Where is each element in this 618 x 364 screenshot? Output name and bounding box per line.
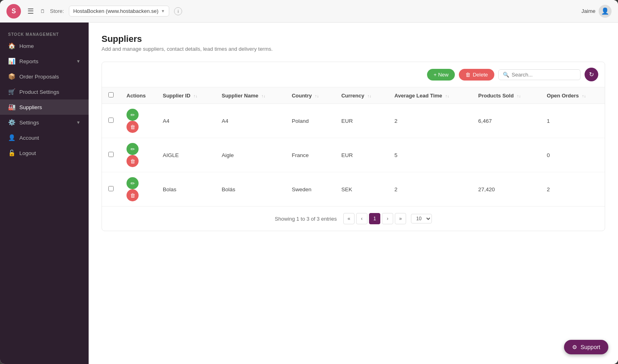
delete-row-button[interactable]: 🗑	[127, 189, 139, 201]
sidebar-item-settings[interactable]: ⚙️ Settings ▼	[0, 115, 89, 130]
next-page-button[interactable]: ›	[382, 213, 393, 224]
delete-label: Delete	[473, 72, 488, 78]
supplier-name-cell: A4	[215, 104, 285, 138]
supplier-name-cell: Bolás	[215, 172, 285, 207]
page-size-select[interactable]: 10 25 50	[411, 214, 432, 223]
sidebar-label-product-settings: Product Settings	[19, 89, 81, 95]
country-cell: Sweden	[285, 172, 335, 207]
select-all-checkbox[interactable]	[108, 92, 114, 97]
new-button[interactable]: + New	[427, 69, 455, 81]
first-page-button[interactable]: «	[343, 213, 355, 224]
page-title: Suppliers	[102, 34, 605, 44]
row-checkbox[interactable]	[108, 118, 114, 123]
products-sold-cell: 6,467	[472, 104, 540, 138]
edit-button[interactable]: ✏	[127, 143, 139, 155]
row-actions: ✏ 🗑	[120, 104, 156, 138]
open-orders-cell: 2	[540, 172, 605, 207]
row-checkbox-cell	[102, 104, 120, 138]
supplier-id-cell: A4	[156, 104, 215, 138]
sort-icon: ↑↓	[261, 94, 265, 98]
edit-button[interactable]: ✏	[127, 109, 139, 121]
open-orders-cell: 0	[540, 138, 605, 172]
select-all-header	[102, 87, 120, 104]
country-cell: Poland	[285, 104, 335, 138]
delete-row-button[interactable]: 🗑	[127, 121, 139, 133]
supplier-name-cell: Aigle	[215, 138, 285, 172]
user-menu[interactable]: Jaime 👤	[581, 5, 612, 18]
sort-icon: ↑↓	[193, 94, 197, 98]
suppliers-icon: 🏭	[8, 103, 15, 111]
avg-lead-time-header[interactable]: Average Lead Time ↑↓	[388, 87, 472, 104]
products-sold-cell	[472, 138, 540, 172]
products-sold-header[interactable]: Products Sold ↑↓	[472, 87, 540, 104]
table-toolbar: + New 🗑 Delete 🔍 ↻	[102, 62, 605, 87]
open-orders-header[interactable]: Open Orders ↑↓	[540, 87, 605, 104]
logout-icon: 🔓	[8, 149, 15, 157]
settings-icon: ⚙️	[8, 119, 15, 126]
prev-page-button[interactable]: ‹	[356, 213, 367, 224]
suppliers-table: Supplier ID Actions Supplier ID ↑↓ Suppl…	[102, 87, 605, 206]
avatar: 👤	[599, 5, 612, 18]
sidebar-label-home: Home	[19, 43, 81, 49]
row-actions: ✏ 🗑	[120, 138, 156, 172]
currency-cell: EUR	[335, 104, 388, 138]
store-name: HostaBocken (www.hostabacken.se)	[73, 8, 159, 14]
support-button[interactable]: ⚙ Support	[564, 340, 608, 354]
account-icon: 👤	[8, 134, 15, 141]
sidebar-item-account[interactable]: 👤 Account	[0, 130, 89, 145]
search-icon: 🔍	[503, 72, 509, 78]
store-label: Store:	[50, 8, 64, 14]
open-orders-cell: 1	[540, 104, 605, 138]
main-content: Suppliers Add and manage suppliers, cont…	[89, 23, 618, 364]
refresh-button[interactable]: ↻	[585, 68, 598, 81]
sidebar-item-home[interactable]: 🏠 Home	[0, 38, 89, 54]
sort-icon: ↑↓	[367, 94, 371, 98]
hamburger-icon[interactable]: ☰	[27, 7, 34, 16]
avg-lead-time-cell: 2	[388, 104, 472, 138]
app-logo: S	[6, 4, 21, 19]
sidebar-item-reports[interactable]: 📊 Reports ▼	[0, 54, 89, 69]
page-1-button[interactable]: 1	[369, 213, 380, 224]
actions-header: Supplier ID Actions	[120, 87, 156, 104]
chevron-down-icon: ▼	[161, 9, 165, 13]
table-row: ✏ 🗑 A4 A4 Poland EUR 2 6,467 1	[102, 104, 605, 138]
last-page-button[interactable]: »	[395, 213, 406, 224]
row-checkbox-cell	[102, 138, 120, 172]
page-subtitle: Add and manage suppliers, contact detail…	[102, 46, 605, 52]
sort-icon: ↑↓	[315, 94, 319, 98]
currency-header[interactable]: Currency ↑↓	[335, 87, 388, 104]
settings-chevron-icon: ▼	[76, 120, 81, 125]
edit-button[interactable]: ✏	[127, 177, 139, 189]
currency-cell: EUR	[335, 138, 388, 172]
pagination: Showing 1 to 3 of 3 entries « ‹ 1 › » 10…	[102, 206, 605, 231]
store-selector[interactable]: HostaBocken (www.hostabacken.se) ▼	[69, 6, 170, 17]
row-checkbox-cell	[102, 172, 120, 207]
row-actions: ✏ 🗑	[120, 172, 156, 207]
sidebar-label-account: Account	[19, 135, 81, 141]
currency-cell: SEK	[335, 172, 388, 207]
delete-button[interactable]: 🗑 Delete	[459, 69, 494, 81]
sidebar-item-order-proposals[interactable]: 📦 Order Proposals	[0, 69, 89, 84]
sidebar-item-suppliers[interactable]: 🏭 Suppliers	[0, 99, 89, 115]
home-icon: 🏠	[8, 42, 15, 50]
sort-icon: ↑↓	[582, 94, 586, 98]
info-icon[interactable]: i	[174, 7, 182, 15]
delete-row-button[interactable]: 🗑	[127, 155, 139, 167]
suppliers-table-container: + New 🗑 Delete 🔍 ↻	[102, 62, 605, 231]
sidebar-item-logout[interactable]: 🔓 Logout	[0, 145, 89, 161]
supplier-id-cell: Bolas	[156, 172, 215, 207]
supplier-id-header[interactable]: Supplier ID ↑↓	[156, 87, 215, 104]
supplier-name-header[interactable]: Supplier Name ↑↓	[215, 87, 285, 104]
country-header[interactable]: Country ↑↓	[285, 87, 335, 104]
row-checkbox[interactable]	[108, 152, 114, 157]
sidebar-label-settings: Settings	[19, 120, 72, 126]
support-icon: ⚙	[572, 344, 577, 350]
username: Jaime	[581, 8, 595, 14]
pagination-info: Showing 1 to 3 of 3 entries	[275, 216, 337, 222]
sidebar-section-label: STOCK MANAGEMENT	[0, 29, 89, 38]
sidebar-item-product-settings[interactable]: 🛒 Product Settings	[0, 84, 89, 99]
search-input[interactable]	[512, 72, 576, 78]
row-checkbox[interactable]	[108, 186, 114, 191]
avg-lead-time-cell: 5	[388, 138, 472, 172]
sidebar-label-logout: Logout	[19, 150, 81, 156]
